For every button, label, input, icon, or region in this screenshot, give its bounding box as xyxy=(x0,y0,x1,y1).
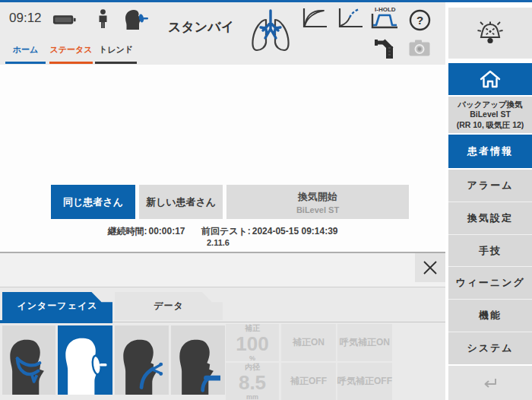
battery-icon xyxy=(52,13,77,27)
svg-text:?: ? xyxy=(416,14,423,27)
alarm-mute-button[interactable] xyxy=(448,8,532,59)
sidebar-item-ventilation-settings[interactable]: 換気設定 xyxy=(448,202,532,235)
nasal-mask-icon xyxy=(7,337,51,395)
sidebar-menu: アラーム 換気設定 手技 ウィーニング 機能 システム xyxy=(448,170,532,364)
correction-off-label: 補正OFF xyxy=(290,375,327,388)
functions-label: 機能 xyxy=(479,309,502,322)
i-hold-icon[interactable]: I-HOLD xyxy=(370,5,399,30)
duration-value: 00:00:17 xyxy=(149,226,185,237)
tracheostomy-icon xyxy=(176,337,220,395)
close-icon xyxy=(422,259,439,276)
adult-patient-icon xyxy=(97,9,109,28)
patient-info-label: 患者情報 xyxy=(467,144,513,158)
panel-tab-data-label: データ xyxy=(154,300,184,313)
exp-correction-off-label: 呼気補正OFF xyxy=(337,375,392,388)
sidebar-item-maneuvers[interactable]: 手技 xyxy=(448,235,532,268)
correction-on-button[interactable]: 補正ON xyxy=(281,324,336,361)
flow-loop-icon[interactable] xyxy=(337,8,364,29)
correction-value-cell[interactable]: 補正 100 % xyxy=(226,324,279,361)
sidebar-item-patient-info[interactable]: 患者情報 xyxy=(448,135,532,168)
help-icon[interactable]: ? xyxy=(409,9,431,31)
correction-unit: % xyxy=(249,354,255,362)
screen-title: スタンバイ xyxy=(168,18,234,36)
main-area: 同じ患者さん 新しい患者さん 換気開始 BiLevel ST 継続時間:00:0… xyxy=(0,65,445,252)
sidebar-item-alarm[interactable]: アラーム xyxy=(448,170,532,202)
tab-home-underline xyxy=(5,62,46,64)
tab-status[interactable]: ステータス xyxy=(49,44,93,64)
return-arrow-icon xyxy=(482,377,499,389)
backup-mode-name: BiLevel ST xyxy=(470,110,511,120)
tab-status-label: ステータス xyxy=(49,44,93,56)
new-patient-label: 新しい患者さん xyxy=(146,195,216,209)
backup-ventilation-info: バックアップ換気 BiLevel ST (RR 10, 吸気圧 12) xyxy=(448,97,532,133)
tab-home-label: ホーム xyxy=(5,44,46,56)
sidebar-item-weaning[interactable]: ウィーニング xyxy=(448,267,532,300)
interface-panel: インターフェイス データ xyxy=(0,252,445,400)
duration-label: 継続時間: xyxy=(108,226,147,237)
ventilator-screen: 09:12 スタンバイ xyxy=(0,0,532,400)
diameter-unit: mm xyxy=(246,393,258,400)
sidebar-item-functions[interactable]: 機能 xyxy=(448,300,532,332)
interface-option-full-face-mask[interactable] xyxy=(58,325,112,395)
interface-option-tracheostomy[interactable] xyxy=(171,325,225,395)
tab-divider-line xyxy=(112,322,445,322)
start-ventilation-button[interactable]: 換気開始 BiLevel ST xyxy=(226,185,409,219)
tab-trend[interactable]: トレンド xyxy=(95,44,137,64)
exp-correction-on-button[interactable]: 呼気補正ON xyxy=(337,324,392,361)
tab-home[interactable]: ホーム xyxy=(5,44,46,64)
mouthpiece-icon xyxy=(120,337,164,395)
weaning-label: ウィーニング xyxy=(455,276,525,290)
last-test-label: 前回テスト: xyxy=(201,226,251,237)
correction-off-button[interactable]: 補正OFF xyxy=(281,363,336,400)
interface-option-nasal-mask[interactable] xyxy=(2,325,55,395)
tab-status-underline xyxy=(49,62,93,64)
system-label: システム xyxy=(467,341,513,355)
sidebar: バックアップ換気 BiLevel ST (RR 10, 吸気圧 12) 患者情報… xyxy=(445,2,532,400)
status-bar: 09:12 スタンバイ xyxy=(0,2,445,65)
same-patient-button[interactable]: 同じ患者さん xyxy=(51,185,135,219)
lungs-icon[interactable] xyxy=(250,9,291,55)
last-test-value: 2024-05-15 09:14:39 xyxy=(252,226,338,237)
start-ventilation-label: 換気開始 xyxy=(298,190,337,204)
start-ventilation-mode: BiLevel ST xyxy=(296,205,339,214)
tab-trend-underline xyxy=(95,62,137,64)
camera-icon[interactable] xyxy=(408,39,431,58)
ventilation-settings-label: 換気設定 xyxy=(467,211,513,225)
home-icon xyxy=(478,68,502,90)
panel-tab-interface-label: インターフェイス xyxy=(17,300,98,313)
sidebar-item-system[interactable]: システム xyxy=(448,332,532,364)
panel-close-button[interactable] xyxy=(415,253,445,282)
diameter-value: 8.5 xyxy=(239,373,266,393)
software-version: 2.11.6 xyxy=(0,238,436,247)
correction-on-label: 補正ON xyxy=(293,336,325,349)
correction-value: 100 xyxy=(236,334,268,354)
clock: 09:12 xyxy=(9,11,42,26)
maneuvers-label: 手技 xyxy=(479,244,502,258)
inner-diameter-cell[interactable]: 内径 8.5 mm xyxy=(226,363,279,400)
return-button[interactable] xyxy=(448,366,532,400)
exp-correction-on-label: 呼気補正ON xyxy=(340,336,390,349)
panel-tab-data[interactable]: データ xyxy=(115,292,223,320)
pv-loop-icon[interactable] xyxy=(302,8,328,29)
interface-option-mouthpiece[interactable] xyxy=(115,325,169,395)
status-info-line: 継続時間:00:00:17 前回テスト:2024-05-15 09:14:39 xyxy=(0,225,445,238)
tab-trend-label: トレンド xyxy=(95,44,137,56)
exp-correction-off-button[interactable]: 呼気補正OFF xyxy=(337,363,392,400)
nebulizer-icon[interactable] xyxy=(373,37,396,60)
panel-tab-interface[interactable]: インターフェイス xyxy=(2,292,112,320)
panel-header xyxy=(0,253,445,287)
backup-mode-settings: (RR 10, 吸気圧 12) xyxy=(457,120,524,131)
same-patient-label: 同じ患者さん xyxy=(63,195,123,209)
backup-mode-label: バックアップ換気 xyxy=(458,100,522,110)
alarm-bell-muted-icon xyxy=(473,18,507,49)
patient-interface-icon xyxy=(125,9,149,30)
active-tab-underline xyxy=(0,320,112,323)
new-patient-button[interactable]: 新しい患者さん xyxy=(139,185,223,219)
full-face-mask-icon xyxy=(62,335,108,395)
ihold-text: I-HOLD xyxy=(375,6,396,13)
home-nav-button[interactable] xyxy=(448,63,532,95)
alarm-label: アラーム xyxy=(467,179,514,192)
